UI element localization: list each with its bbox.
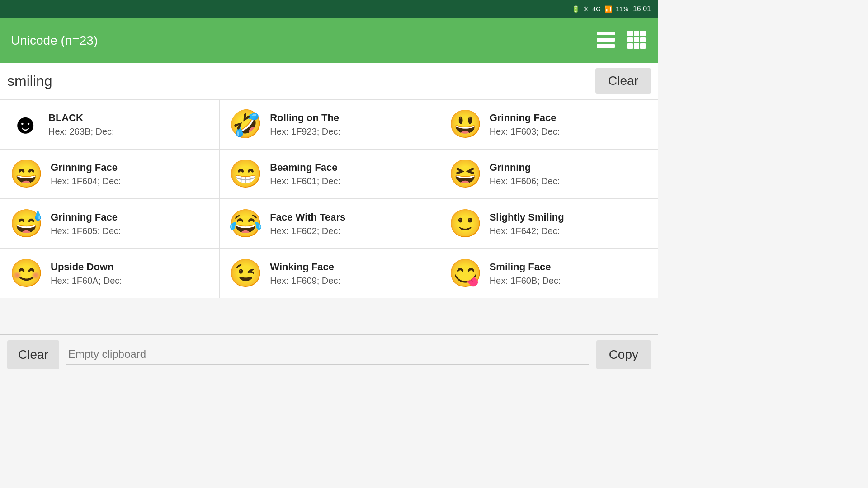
emoji-image: 😉 — [229, 260, 263, 287]
emoji-hex: Hex: 1F605; Dec: — [51, 226, 121, 236]
battery-icon: 🔋 — [572, 5, 580, 13]
svg-rect-2 — [597, 44, 615, 48]
svg-rect-0 — [597, 32, 615, 35]
emoji-name: Rolling on The — [270, 112, 340, 125]
emoji-hex: Hex: 1F60A; Dec: — [51, 276, 122, 286]
emoji-card[interactable]: 😁Beaming FaceHex: 1F601; Dec: — [219, 149, 439, 199]
emoji-card[interactable]: 😅Grinning FaceHex: 1F605; Dec: — [0, 199, 219, 249]
emoji-info: Smiling FaceHex: 1F60B; Dec: — [490, 261, 561, 286]
emoji-card[interactable]: 🙂Slightly SmilingHex: 1F642; Dec: — [439, 199, 658, 249]
grid-view-button[interactable] — [626, 29, 647, 52]
emoji-card[interactable]: 🤣Rolling on TheHex: 1F923; Dec: — [219, 99, 439, 149]
emoji-image: 😅 — [9, 210, 43, 237]
emoji-image: 😃 — [448, 111, 482, 138]
emoji-name: Grinning Face — [51, 161, 121, 174]
emoji-name: BLACK — [48, 112, 114, 125]
emoji-image: 😊 — [9, 260, 43, 287]
search-bar: Clear — [0, 63, 658, 99]
emoji-card[interactable]: 😆GrinningHex: 1F606; Dec: — [439, 149, 658, 199]
emoji-info: Grinning FaceHex: 1F605; Dec: — [51, 211, 121, 236]
search-input[interactable] — [7, 73, 590, 89]
status-time: 16:01 — [633, 5, 651, 13]
emoji-image: 😆 — [448, 160, 482, 188]
battery-percent: 11% — [616, 5, 628, 13]
svg-rect-8 — [640, 37, 646, 42]
svg-rect-11 — [640, 43, 646, 49]
emoji-card[interactable]: 😃Grinning FaceHex: 1F603; Dec: — [439, 99, 658, 149]
list-view-button[interactable] — [595, 29, 617, 52]
status-bar: 🔋 ✳ 4G 📶 11% 16:01 — [0, 0, 658, 18]
emoji-name: Grinning Face — [490, 112, 560, 125]
emoji-hex: Hex: 1F606; Dec: — [490, 176, 560, 187]
emoji-image: 😋 — [448, 260, 482, 287]
emoji-name: Grinning Face — [51, 211, 121, 224]
emoji-hex: Hex: 1F642; Dec: — [490, 226, 564, 236]
emoji-image: 😁 — [229, 160, 263, 188]
emoji-hex: Hex: 1F602; Dec: — [270, 226, 345, 236]
emoji-info: Slightly SmilingHex: 1F642; Dec: — [490, 211, 564, 236]
emoji-name: Beaming Face — [270, 161, 340, 174]
emoji-name: Upside Down — [51, 261, 122, 274]
emoji-grid: ☻BLACKHex: 263B; Dec:🤣Rolling on TheHex:… — [0, 99, 658, 298]
emoji-card[interactable]: 😊Upside DownHex: 1F60A; Dec: — [0, 249, 219, 298]
svg-rect-3 — [627, 31, 633, 36]
emoji-info: GrinningHex: 1F606; Dec: — [490, 161, 560, 187]
emoji-image: 😂 — [229, 210, 263, 237]
emoji-info: Grinning FaceHex: 1F604; Dec: — [51, 161, 121, 187]
emoji-name: Grinning — [490, 161, 560, 174]
emoji-card[interactable]: 😋Smiling FaceHex: 1F60B; Dec: — [439, 249, 658, 298]
emoji-info: Upside DownHex: 1F60A; Dec: — [51, 261, 122, 286]
emoji-grid-wrapper: ☻BLACKHex: 263B; Dec:🤣Rolling on TheHex:… — [0, 99, 658, 334]
emoji-image: 🤣 — [229, 111, 263, 138]
emoji-info: Rolling on TheHex: 1F923; Dec: — [270, 112, 340, 137]
emoji-image: ☻ — [9, 111, 41, 138]
emoji-hex: Hex: 263B; Dec: — [48, 127, 114, 137]
signal-icon: 📶 — [604, 5, 612, 13]
svg-rect-5 — [640, 31, 646, 36]
clear-search-button[interactable]: Clear — [595, 68, 651, 94]
bluetooth-icon: ✳ — [583, 5, 589, 13]
emoji-info: Grinning FaceHex: 1F603; Dec: — [490, 112, 560, 137]
emoji-card[interactable]: 😂Face With TearsHex: 1F602; Dec: — [219, 199, 439, 249]
emoji-name: Smiling Face — [490, 261, 561, 274]
svg-rect-4 — [634, 31, 639, 36]
copy-button[interactable]: Copy — [596, 340, 651, 369]
clipboard-input[interactable] — [66, 344, 589, 365]
emoji-image: 🙂 — [448, 210, 482, 237]
emoji-hex: Hex: 1F60B; Dec: — [490, 276, 561, 286]
emoji-hex: Hex: 1F603; Dec: — [490, 127, 560, 137]
emoji-info: Beaming FaceHex: 1F601; Dec: — [270, 161, 340, 187]
status-icons: 🔋 ✳ 4G 📶 11% — [572, 5, 628, 13]
network-icon: 4G — [592, 5, 601, 13]
emoji-info: BLACKHex: 263B; Dec: — [48, 112, 114, 137]
emoji-name: Winking Face — [270, 261, 340, 274]
svg-rect-9 — [627, 43, 633, 49]
clear-clipboard-button[interactable]: Clear — [7, 340, 59, 369]
emoji-hex: Hex: 1F923; Dec: — [270, 127, 340, 137]
svg-rect-10 — [634, 43, 639, 49]
emoji-card[interactable]: ☻BLACKHex: 263B; Dec: — [0, 99, 219, 149]
main-content: ☻BLACKHex: 263B; Dec:🤣Rolling on TheHex:… — [0, 99, 658, 334]
bottom-bar: Clear Copy — [0, 334, 658, 374]
emoji-image: 😄 — [9, 160, 43, 188]
app-title: Unicode (n=23) — [11, 33, 98, 48]
svg-rect-1 — [597, 38, 615, 42]
emoji-name: Slightly Smiling — [490, 211, 564, 224]
emoji-info: Face With TearsHex: 1F602; Dec: — [270, 211, 345, 236]
svg-rect-7 — [634, 37, 639, 42]
emoji-hex: Hex: 1F609; Dec: — [270, 276, 340, 286]
app-bar-actions — [595, 29, 647, 52]
emoji-card[interactable]: 😉Winking FaceHex: 1F609; Dec: — [219, 249, 439, 298]
emoji-hex: Hex: 1F601; Dec: — [270, 176, 340, 187]
svg-rect-6 — [627, 37, 633, 42]
emoji-info: Winking FaceHex: 1F609; Dec: — [270, 261, 340, 286]
emoji-hex: Hex: 1F604; Dec: — [51, 176, 121, 187]
emoji-card[interactable]: 😄Grinning FaceHex: 1F604; Dec: — [0, 149, 219, 199]
app-bar: Unicode (n=23) — [0, 18, 658, 63]
emoji-name: Face With Tears — [270, 211, 345, 224]
